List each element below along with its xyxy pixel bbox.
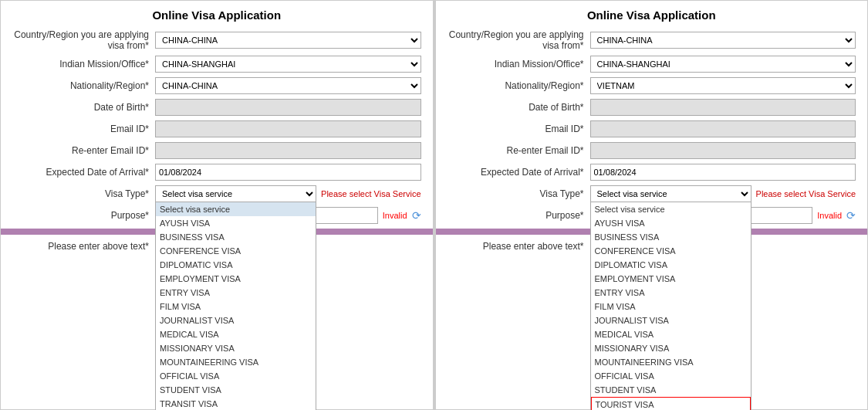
loading-icon-right: ⟳ (846, 209, 856, 222)
visa-error-right: Please select Visa Service (756, 189, 856, 198)
visa-option-film-left[interactable]: FILM VISA (156, 300, 316, 313)
visatype-label-left: Visa Type* (12, 188, 155, 199)
email-label-left: Email ID* (12, 124, 155, 134)
right-panel-title: Online Visa Application (448, 8, 856, 22)
reemail-label-right: Re-enter Email ID* (448, 145, 590, 156)
dob-label-left: Date of Birth* (12, 102, 155, 113)
nationality-row-left: Nationality/Region* CHINA-CHINA (12, 77, 421, 94)
mission-row-right: Indian Mission/Office* CHINA-SHANGHAI (448, 56, 856, 73)
purpose-error-left: Invalid (383, 211, 407, 220)
visatype-label-right: Visa Type* (448, 188, 590, 199)
visa-option-entry-right[interactable]: ENTRY VISA (591, 286, 751, 300)
country-label-right: Country/Region you are applying visa fro… (448, 29, 590, 51)
visa-option-medical-right[interactable]: MEDICAL VISA (591, 327, 751, 341)
dob-label-right: Date of Birth* (448, 102, 590, 113)
mission-label-left: Indian Mission/Office* (12, 59, 155, 69)
email-row-right: Email ID* (448, 120, 856, 137)
visa-option-ayush-left[interactable]: AYUSH VISA (156, 216, 316, 230)
visa-option-entry-left[interactable]: ENTRY VISA (156, 286, 316, 300)
mission-row-left: Indian Mission/Office* CHINA-SHANGHAI (12, 56, 421, 73)
visa-option-medical-left[interactable]: MEDICAL VISA (156, 327, 316, 341)
visa-option-official-right[interactable]: OFFICIAL VISA (591, 369, 751, 383)
visa-option-journalist-left[interactable]: JOURNALIST VISA (156, 313, 316, 327)
reemail-label-left: Re-enter Email ID* (12, 145, 155, 156)
visa-option-tourist-right[interactable]: TOURIST VISA (591, 397, 751, 410)
visa-option-missionary-left[interactable]: MISSIONARY VISA (156, 341, 316, 355)
reemail-value-right (590, 142, 856, 159)
email-row-left: Email ID* (12, 120, 421, 137)
visatype-list-right: Select visa service AYUSH VISA BUSINESS … (590, 202, 751, 410)
nationality-select-left[interactable]: CHINA-CHINA (155, 77, 421, 94)
dob-row-left: Date of Birth* (12, 99, 421, 116)
arrival-row-left: Expected Date of Arrival* (12, 164, 421, 181)
purpose-label-right: Purpose* (448, 210, 590, 221)
left-panel-title: Online Visa Application (12, 8, 421, 22)
reemail-row-left: Re-enter Email ID* (12, 142, 421, 159)
reemail-row-right: Re-enter Email ID* (448, 142, 856, 159)
mission-label-right: Indian Mission/Office* (448, 59, 590, 69)
mission-select-left[interactable]: CHINA-SHANGHAI (155, 56, 421, 73)
nationality-label-left: Nationality/Region* (12, 80, 155, 91)
left-panel: Online Visa Application Country/Region y… (0, 0, 434, 410)
visa-error-left: Please select Visa Service (321, 189, 420, 198)
visa-option-employment-right[interactable]: EMPLOYMENT VISA (591, 272, 751, 286)
visa-option-official-left[interactable]: OFFICIAL VISA (156, 369, 316, 383)
visa-option-mountaineering-right[interactable]: MOUNTAINEERING VISA (591, 355, 751, 369)
visatype-list-left: Select visa service AYUSH VISA BUSINESS … (155, 202, 316, 410)
arrival-input-right[interactable] (590, 164, 856, 181)
visa-option-select-right[interactable]: Select visa service (591, 202, 751, 216)
visa-option-student-right[interactable]: STUDENT VISA (591, 383, 751, 397)
arrival-row-right: Expected Date of Arrival* (448, 164, 856, 181)
reemail-value-left (155, 142, 421, 159)
visatype-select-left[interactable]: Select visa service (155, 185, 316, 202)
captcha-label-left: Please enter above text* (12, 241, 155, 252)
country-row-right: Country/Region you are applying visa fro… (448, 29, 856, 51)
visa-option-diplomatic-left[interactable]: DIPLOMATIC VISA (156, 258, 316, 272)
mission-select-right[interactable]: CHINA-SHANGHAI (590, 56, 856, 73)
visatype-select-right[interactable]: Select visa service (590, 185, 751, 202)
purpose-label-left: Purpose* (12, 210, 155, 221)
nationality-select-right[interactable]: VIETNAM (590, 77, 856, 94)
visatype-row-left: Visa Type* Select visa service Select vi… (12, 185, 421, 202)
arrival-label-right: Expected Date of Arrival* (448, 167, 590, 178)
dob-value-right (590, 99, 856, 116)
visa-option-transit-left[interactable]: TRANSIT VISA (156, 397, 316, 410)
captcha-label-right: Please enter above text* (448, 241, 590, 252)
email-value-right (590, 120, 856, 137)
visatype-dropdown-left: Select visa service Select visa service … (155, 185, 316, 202)
dob-row-right: Date of Birth* (448, 99, 856, 116)
loading-icon-left: ⟳ (412, 209, 421, 222)
visa-option-select-left[interactable]: Select visa service (156, 202, 316, 216)
country-select-left[interactable]: CHINA-CHINA (155, 32, 421, 49)
email-value-left (155, 120, 421, 137)
visa-option-missionary-right[interactable]: MISSIONARY VISA (591, 341, 751, 355)
arrival-label-left: Expected Date of Arrival* (12, 167, 155, 178)
visa-option-business-right[interactable]: BUSINESS VISA (591, 230, 751, 244)
visa-option-mountaineering-left[interactable]: MOUNTAINEERING VISA (156, 355, 316, 369)
visa-option-ayush-right[interactable]: AYUSH VISA (591, 216, 751, 230)
visatype-dropdown-right: Select visa service Select visa service … (590, 185, 751, 202)
country-select-right[interactable]: CHINA-CHINA (590, 32, 856, 49)
country-label-left: Country/Region you are applying visa fro… (12, 29, 155, 51)
right-panel: Online Visa Application Country/Region y… (434, 0, 869, 410)
country-row-left: Country/Region you are applying visa fro… (12, 29, 421, 51)
dob-value-left (155, 99, 421, 116)
visa-option-film-right[interactable]: FILM VISA (591, 300, 751, 313)
nationality-row-right: Nationality/Region* VIETNAM (448, 77, 856, 94)
purpose-error-right: Invalid (817, 211, 842, 220)
visa-option-conference-left[interactable]: CONFERENCE VISA (156, 244, 316, 258)
email-label-right: Email ID* (448, 124, 590, 134)
visa-option-journalist-right[interactable]: JOURNALIST VISA (591, 313, 751, 327)
visa-option-student-left[interactable]: STUDENT VISA (156, 383, 316, 397)
visa-option-diplomatic-right[interactable]: DIPLOMATIC VISA (591, 258, 751, 272)
arrival-input-left[interactable] (155, 164, 421, 181)
visa-option-employment-left[interactable]: EMPLOYMENT VISA (156, 272, 316, 286)
visa-option-conference-right[interactable]: CONFERENCE VISA (591, 244, 751, 258)
visa-option-business-left[interactable]: BUSINESS VISA (156, 230, 316, 244)
visatype-row-right: Visa Type* Select visa service Select vi… (448, 185, 856, 202)
nationality-label-right: Nationality/Region* (448, 80, 590, 91)
